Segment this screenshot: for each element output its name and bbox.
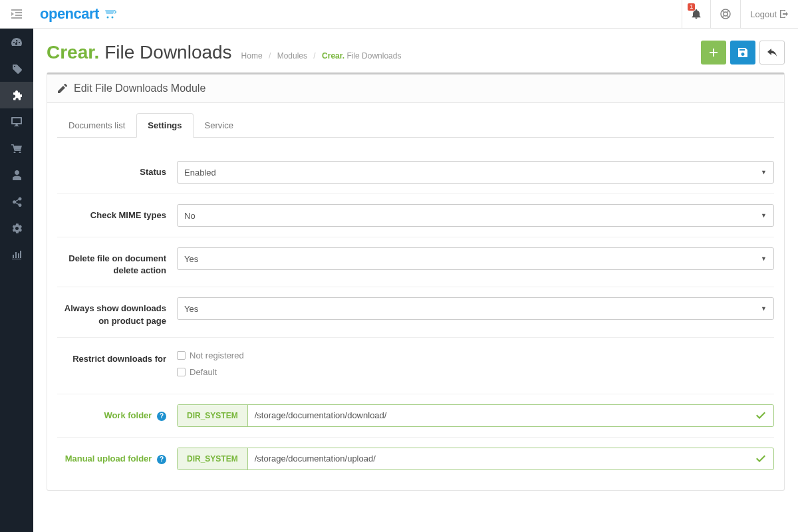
breadcrumb-sep: /	[313, 51, 315, 61]
svg-point-0	[106, 17, 108, 19]
control-status: Enabled	[177, 161, 774, 184]
checkbox-not-registered[interactable]: Not registered	[177, 350, 774, 360]
control-work-folder: DIR_SYSTEM /storage/documentation/downlo…	[177, 404, 774, 427]
cart-icon	[11, 144, 22, 153]
help-button[interactable]	[710, 0, 740, 29]
row-always-show: Always show downloads on product page Ye…	[57, 287, 774, 337]
top-header: opencart 1 Logout	[0, 0, 798, 29]
panel-heading-text: Edit File Downloads Module	[74, 82, 205, 94]
page-title: Crear. File Downloads	[47, 42, 232, 63]
user-icon	[13, 170, 21, 180]
action-buttons	[701, 41, 785, 65]
row-mime: Check MIME types No	[57, 194, 774, 237]
sidebar-item-marketing[interactable]	[0, 188, 33, 215]
tab-settings[interactable]: Settings	[136, 113, 193, 138]
svg-point-3	[724, 12, 728, 16]
checkbox-default[interactable]: Default	[177, 367, 774, 377]
bell-icon	[692, 9, 701, 19]
main-content: Crear. File Downloads Home / Modules / C…	[33, 29, 798, 504]
control-always-show: Yes	[177, 297, 774, 320]
checkbox-label: Not registered	[190, 350, 244, 360]
label-restrict: Restrict downloads for	[57, 348, 177, 365]
select-status-value: Enabled	[184, 168, 216, 178]
label-delete: Delete file on document delete action	[57, 247, 177, 277]
check-icon	[748, 448, 773, 469]
input-work-folder[interactable]: DIR_SYSTEM /storage/documentation/downlo…	[177, 404, 774, 427]
label-upload-folder-text: Manual upload folder	[65, 454, 152, 464]
tab-documents[interactable]: Documents list	[57, 113, 136, 138]
input-prefix: DIR_SYSTEM	[178, 405, 248, 426]
checkbox-box-icon	[177, 368, 186, 376]
pencil-icon	[58, 84, 67, 93]
menu-toggle-button[interactable]	[0, 0, 33, 29]
back-button[interactable]	[759, 41, 785, 65]
save-button[interactable]	[730, 41, 755, 65]
panel-body: Documents list Settings Service Status E…	[47, 103, 784, 490]
sidebar-item-catalog[interactable]	[0, 55, 33, 82]
puzzle-icon	[12, 90, 22, 100]
sidebar-item-system[interactable]	[0, 215, 33, 241]
logout-button[interactable]: Logout	[740, 0, 798, 29]
reply-icon	[767, 49, 777, 57]
logo-cart-icon	[102, 9, 118, 19]
sidebar-item-customers[interactable]	[0, 162, 33, 188]
logout-icon	[779, 9, 789, 19]
help-icon[interactable]: ?	[157, 455, 166, 464]
label-always-show: Always show downloads on product page	[57, 297, 177, 327]
checkbox-label: Default	[190, 367, 217, 377]
page-title-wrap: Crear. File Downloads Home / Modules / C…	[47, 42, 401, 63]
sidebar-item-extensions[interactable]	[0, 82, 33, 108]
svg-point-1	[111, 17, 113, 19]
checkbox-box-icon	[177, 351, 186, 360]
plus-icon	[710, 49, 718, 57]
notifications-button[interactable]: 1	[682, 0, 710, 29]
sidebar	[0, 29, 33, 504]
control-restrict: Not registered Default	[177, 348, 774, 384]
gear-icon	[12, 223, 22, 233]
breadcrumb: Home / Modules / Crear. File Downloads	[241, 51, 402, 61]
select-always-show[interactable]: Yes	[177, 297, 774, 320]
panel-wrap: Edit File Downloads Module Documents lis…	[33, 72, 798, 504]
breadcrumb-home[interactable]: Home	[241, 51, 263, 61]
notification-badge: 1	[688, 3, 695, 11]
breadcrumb-modules[interactable]: Modules	[277, 51, 307, 61]
header-right: 1 Logout	[682, 0, 798, 29]
select-delete[interactable]: Yes	[177, 247, 774, 270]
check-icon	[748, 405, 773, 426]
label-work-folder-text: Work folder	[104, 410, 152, 420]
logo[interactable]: opencart	[33, 5, 118, 23]
label-status: Status	[57, 161, 177, 178]
breadcrumb-sep: /	[269, 51, 271, 61]
lifebuoy-icon	[720, 9, 731, 19]
dashboard-icon	[11, 38, 22, 46]
sidebar-item-design[interactable]	[0, 108, 33, 135]
input-upload-folder[interactable]: DIR_SYSTEM /storage/documentation/upload…	[177, 448, 774, 470]
logo-text: opencart	[40, 5, 99, 23]
sidebar-item-sales[interactable]	[0, 135, 33, 162]
breadcrumb-current-text: File Downloads	[346, 51, 401, 61]
chart-icon	[12, 250, 21, 259]
input-value: /storage/documentation/upload/	[248, 448, 748, 469]
row-work-folder: Work folder ? DIR_SYSTEM /storage/docume…	[57, 394, 774, 438]
breadcrumb-current-brand: Crear.	[322, 51, 344, 61]
help-icon[interactable]: ?	[157, 412, 166, 421]
tag-icon	[12, 64, 22, 74]
select-status[interactable]: Enabled	[177, 161, 774, 184]
label-upload-folder: Manual upload folder ?	[57, 448, 177, 465]
settings-panel: Edit File Downloads Module Documents lis…	[47, 72, 785, 491]
monitor-icon	[11, 117, 22, 126]
tabs: Documents list Settings Service	[57, 113, 774, 138]
page-title-text: File Downloads	[104, 42, 231, 63]
add-button[interactable]	[701, 41, 726, 65]
panel-heading: Edit File Downloads Module	[47, 74, 784, 103]
save-icon	[738, 48, 747, 57]
page-title-brand: Crear.	[47, 42, 99, 63]
select-mime[interactable]: No	[177, 204, 774, 227]
sidebar-item-dashboard[interactable]	[0, 29, 33, 55]
input-value: /storage/documentation/download/	[248, 405, 748, 426]
tab-service[interactable]: Service	[194, 113, 245, 138]
label-work-folder: Work folder ?	[57, 404, 177, 422]
row-upload-folder: Manual upload folder ? DIR_SYSTEM /stora…	[57, 438, 774, 480]
sidebar-item-reports[interactable]	[0, 241, 33, 268]
menu-indent-icon	[11, 9, 22, 19]
